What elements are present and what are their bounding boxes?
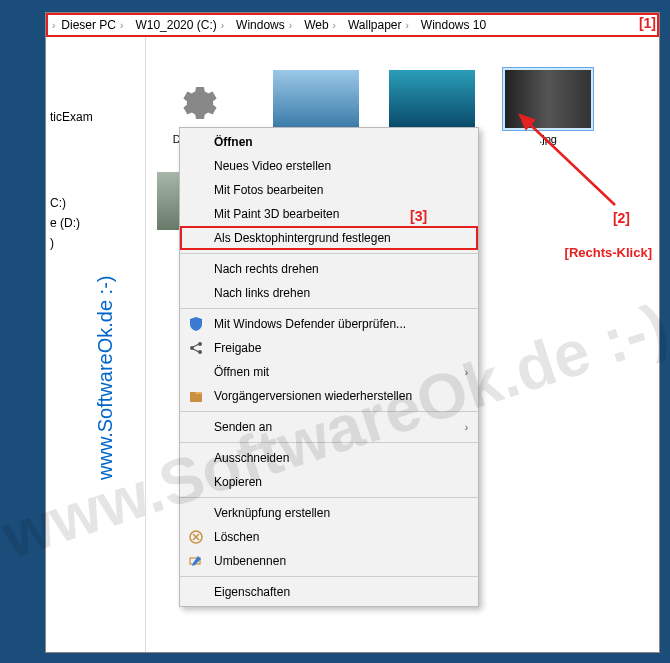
menu-paint3d[interactable]: Mit Paint 3D bearbeiten — [180, 202, 478, 226]
sidebar-item[interactable]: e (D:) — [46, 213, 145, 233]
navigation-sidebar: ticExam C:) e (D:) ) — [46, 37, 146, 652]
breadcrumb-label: Dieser PC — [61, 18, 116, 32]
breadcrumb-item[interactable]: Windows 10 — [415, 18, 492, 32]
chevron-right-icon: › — [120, 20, 123, 31]
share-icon — [188, 340, 204, 356]
menu-open[interactable]: Öffnen — [180, 130, 478, 154]
breadcrumb-bar[interactable]: › Dieser PC› W10_2020 (C:)› Windows› Web… — [46, 13, 659, 37]
menu-new-video[interactable]: Neues Video erstellen — [180, 154, 478, 178]
menu-label: Löschen — [214, 530, 259, 544]
file-thumbnail — [502, 67, 594, 131]
menu-cut[interactable]: Ausschneiden — [180, 446, 478, 470]
gear-icon — [176, 75, 224, 123]
chevron-right-icon: › — [465, 367, 468, 378]
breadcrumb-item[interactable]: W10_2020 (C:)› — [129, 18, 230, 32]
restore-icon — [188, 388, 204, 404]
breadcrumb-label: Wallpaper — [348, 18, 402, 32]
menu-rotate-left[interactable]: Nach links drehen — [180, 281, 478, 305]
menu-label: Senden an — [214, 420, 272, 434]
sidebar-item[interactable]: C:) — [46, 193, 145, 213]
menu-copy[interactable]: Kopieren — [180, 470, 478, 494]
file-item-selected[interactable]: .jpg — [502, 67, 594, 145]
chevron-right-icon: › — [333, 20, 336, 31]
menu-share[interactable]: Freigabe — [180, 336, 478, 360]
file-name: .jpg — [502, 133, 594, 145]
menu-rename[interactable]: Umbenennen — [180, 549, 478, 573]
file-thumbnail — [386, 67, 478, 131]
chevron-right-icon: › — [406, 20, 409, 31]
menu-open-with[interactable]: Öffnen mit› — [180, 360, 478, 384]
menu-separator — [180, 497, 478, 498]
menu-separator — [180, 442, 478, 443]
breadcrumb-item[interactable]: Windows› — [230, 18, 298, 32]
breadcrumb-label: Web — [304, 18, 328, 32]
chevron-right-icon: › — [289, 20, 292, 31]
menu-label: Öffnen mit — [214, 365, 269, 379]
chevron-right-icon: › — [465, 422, 468, 433]
breadcrumb-label: W10_2020 (C:) — [135, 18, 216, 32]
menu-label: Umbenennen — [214, 554, 286, 568]
context-menu: Öffnen Neues Video erstellen Mit Fotos b… — [179, 127, 479, 607]
shield-icon — [188, 316, 204, 332]
menu-label: Öffnen — [214, 135, 253, 149]
menu-shortcut[interactable]: Verknüpfung erstellen — [180, 501, 478, 525]
menu-delete[interactable]: Löschen — [180, 525, 478, 549]
file-thumbnail — [270, 67, 362, 131]
menu-set-wallpaper[interactable]: Als Desktophintergrund festlegen — [180, 226, 478, 250]
menu-separator — [180, 253, 478, 254]
menu-defender[interactable]: Mit Windows Defender überprüfen... — [180, 312, 478, 336]
sidebar-item[interactable]: ticExam — [46, 107, 145, 127]
sidebar-item[interactable]: ) — [46, 233, 145, 253]
menu-properties[interactable]: Eigenschaften — [180, 580, 478, 604]
breadcrumb-item[interactable]: Dieser PC› — [55, 18, 129, 32]
rename-icon — [188, 553, 204, 569]
chevron-right-icon: › — [221, 20, 224, 31]
breadcrumb-item[interactable]: Wallpaper› — [342, 18, 415, 32]
menu-send-to[interactable]: Senden an› — [180, 415, 478, 439]
breadcrumb-item[interactable]: Web› — [298, 18, 342, 32]
menu-label: Freigabe — [214, 341, 261, 355]
menu-edit-photos[interactable]: Mit Fotos bearbeiten — [180, 178, 478, 202]
menu-separator — [180, 576, 478, 577]
menu-separator — [180, 308, 478, 309]
menu-separator — [180, 411, 478, 412]
menu-label: Mit Windows Defender überprüfen... — [214, 317, 406, 331]
file-thumbnail — [154, 67, 246, 131]
menu-label: Vorgängerversionen wiederherstellen — [214, 389, 412, 403]
file-explorer-window: › Dieser PC› W10_2020 (C:)› Windows› Web… — [45, 12, 660, 653]
menu-rotate-right[interactable]: Nach rechts drehen — [180, 257, 478, 281]
breadcrumb-label: Windows — [236, 18, 285, 32]
breadcrumb-label: Windows 10 — [421, 18, 486, 32]
delete-icon — [188, 529, 204, 545]
menu-prev-versions[interactable]: Vorgängerversionen wiederherstellen — [180, 384, 478, 408]
